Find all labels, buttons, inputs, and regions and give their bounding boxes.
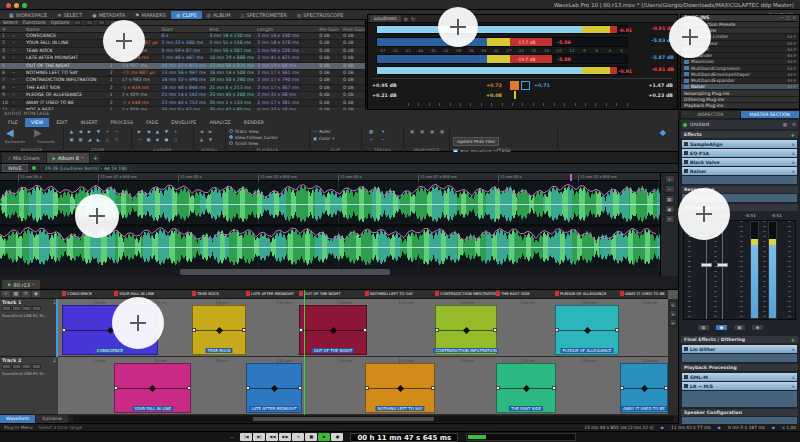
table-row[interactable]: 6~NOTHING LEFT TO SAY2-71 ms 887 µs13 mn… [0,70,365,77]
record-button[interactable] [22,364,31,369]
effect-slot[interactable]: SampleAlign× [682,140,797,148]
speaker-configuration-header[interactable]: Speaker Configuration [681,409,798,416]
rewind-button[interactable]: ◀◀ [266,433,278,441]
empty-plugin-slot[interactable] [682,176,797,184]
album-toolbar-menu-functions[interactable]: Functions [23,20,46,25]
mute-button[interactable] [2,306,11,311]
document-tab[interactable]: ▶Album 8* [47,153,90,163]
wave-file-info[interactable]: 29:28 (Loudness Norm) – 44.1k 16b [40,165,132,172]
workspace-tab-spectroscope[interactable]: ◎SPECTROSCOPE [292,11,348,19]
clip-left-handle[interactable] [192,328,196,332]
column-header[interactable]: End [207,26,255,32]
montage-scrollbar-thumb[interactable] [253,417,433,421]
ribbon-tab-file[interactable]: FILE [2,118,24,127]
album-toolbar-menu-select[interactable]: Select [3,20,18,25]
clip-right-handle[interactable] [298,386,302,390]
power-led-icon[interactable] [683,123,687,127]
track-name[interactable]: Track 2 [2,358,21,363]
automation-button[interactable] [32,306,41,311]
audio-clip[interactable]: YOUR FALL IN LINE [114,363,191,413]
snapshot-tool-icon[interactable]: ▣ [427,128,437,136]
audio-clip[interactable]: PLEDGE OF ALLEGIANCE [555,305,619,355]
grid-icon[interactable]: ▦ [665,195,675,203]
montage-scrollbar[interactable] [73,416,674,422]
maximize-window-icon[interactable] [22,3,27,8]
track-marker[interactable]: NOTHING LEFT TO SAY [365,291,413,296]
record-button[interactable]: ● [331,433,343,441]
close-window-icon[interactable] [6,3,11,8]
clip-left-handle[interactable] [299,328,303,332]
scroll-tool-icon[interactable]: ▶ [206,128,215,136]
column-header[interactable] [10,26,24,32]
audio-clip[interactable]: TEAR ROCK [192,305,246,355]
ribbon-tab-fade[interactable]: FADE [140,118,164,127]
track-marker[interactable]: AWAY IT USED TO BE [620,291,665,296]
tab-master-section[interactable]: MASTER SECTION [741,111,800,118]
scroll-tool-icon[interactable]: ▲ [197,136,206,144]
navigate-forward-arrow-icon[interactable]: ▶ [34,127,42,139]
clip-envelope-node[interactable] [149,384,156,391]
clip-left-handle[interactable] [496,386,500,390]
mono-button[interactable]: ▦ [697,324,710,331]
table-row[interactable]: 7~CONTRADICTION INFILTRATION117 s 982 ms… [0,77,365,84]
document-tab[interactable]: ♪Mix Cream [2,153,46,163]
clip-left-handle[interactable] [365,386,369,390]
montage-track-lane-2[interactable]: 2 mn5 mn8 mn11 mn14 mn17 mn20 mn23 mn25 … [58,357,668,415]
zoom-tool-icon[interactable]: ▶ [85,128,94,136]
clip-envelope-node[interactable] [215,326,222,333]
speaker-button[interactable]: ◉ [715,324,728,331]
audio-clip[interactable]: CONTRADICTION INFILTRATION [435,305,497,355]
cursor-tool-icon[interactable]: ◀ [144,128,153,136]
plus-icon[interactable]: + [2,291,10,297]
slot-power-icon[interactable] [684,142,688,146]
cursor-tool-icon[interactable]: ● [162,136,171,144]
mute-button[interactable] [2,364,11,369]
tracks-tool-icon[interactable]: ▦ [365,128,377,136]
playback-slot[interactable]: GML-M× [682,373,797,381]
track-marker[interactable]: OUT OF THE NIGHT [299,291,341,296]
wave-scrollbar-thumb[interactable] [180,269,390,275]
effect-slot[interactable]: Raiser× [682,167,797,175]
tracks-tool-icon[interactable]: − [377,136,389,144]
minimize-icon[interactable]: — [779,15,784,20]
record-button[interactable] [22,306,31,311]
zoom-tool-icon[interactable]: + [103,128,112,136]
ribbon-tab-edit[interactable]: EDIT [50,118,73,127]
clip-envelope-node[interactable] [583,326,590,333]
clip-right-handle[interactable] [187,386,191,390]
go-start-button[interactable]: |◀ [240,433,252,441]
column-header[interactable]: Start [160,26,208,32]
grid-icon[interactable]: ▦ [12,291,20,297]
lock-button[interactable]: ◆ [751,324,764,331]
menu-icon[interactable]: ≡ [665,215,675,223]
slot-remove-icon[interactable]: × [791,384,795,389]
workspace-tab-metadata[interactable]: ◉METADATA [87,11,130,19]
album-toolbar-icon[interactable] [74,20,81,25]
ribbon-tab-envelope[interactable]: ENVELOPE [165,118,202,127]
cursor-tool-icon[interactable]: ▣ [144,136,153,144]
automation-button[interactable] [32,364,41,369]
slot-remove-icon[interactable]: × [791,347,795,352]
clip-left-handle[interactable] [62,328,66,332]
circle-icon[interactable]: ◉ [32,291,40,297]
table-row[interactable]: 4~LATE AFTER MIDNIGHT2-1 s 126 ms7 mn 48… [0,55,365,62]
ribbon-tab-analyze[interactable]: ANALYZE [203,118,236,127]
transport-progress-bar[interactable] [466,433,576,441]
close-icon[interactable]: × [792,15,796,20]
track-header-1[interactable]: Track 11SoundGrid USB-R1 St… [0,299,58,357]
update-peak-files-button[interactable]: Update Peak Files [453,137,499,146]
track-name[interactable]: Track 1 [2,300,21,305]
cursor-tool-icon[interactable]: + [171,128,180,136]
slot-power-icon[interactable] [684,151,688,155]
empty-plugin-slot[interactable] [682,399,797,407]
clip-right-handle[interactable] [552,386,556,390]
track-marker[interactable]: TEAR ROCK [192,291,219,296]
tracks-tool-icon[interactable]: ▾ [377,128,389,136]
album-toolbar-icon[interactable] [86,20,93,25]
dither-slot[interactable]: Lin Dither× [682,345,797,353]
playback-processing-section-header[interactable]: Playback Processing [681,364,798,371]
maximize-icon[interactable]: ▢ [786,15,790,20]
clip-left-handle[interactable] [620,386,624,390]
zoom-tool-icon[interactable]: ▼ [94,128,103,136]
ruler-option[interactable]: —Ruler [313,128,358,135]
